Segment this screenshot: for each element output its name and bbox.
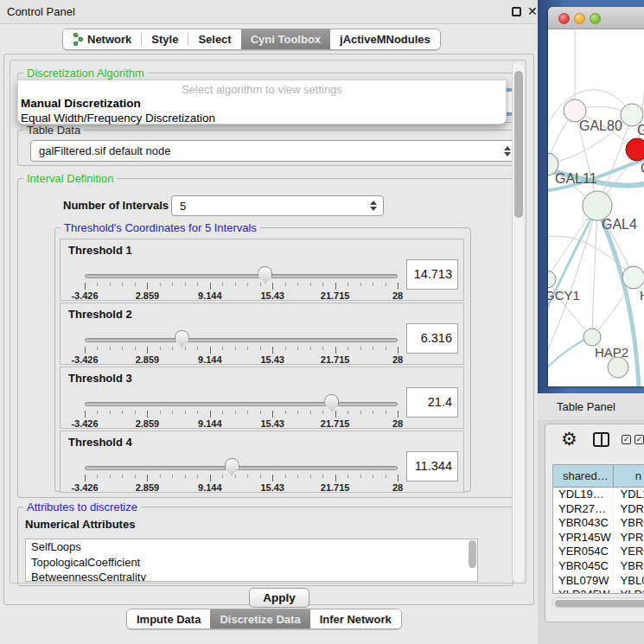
table-row[interactable]: YPR145WYPR1 <box>553 531 644 545</box>
network-canvas[interactable]: GAL80GACGAL11GAL4GCY1HHAP2 <box>548 29 644 386</box>
network-node[interactable] <box>622 266 644 289</box>
split-columns-icon[interactable] <box>593 432 609 447</box>
slider-tick <box>373 411 373 414</box>
network-node[interactable] <box>583 191 612 220</box>
tab-select[interactable]: Select <box>188 29 240 49</box>
attribute-list-item[interactable]: TopologicalCoefficient <box>26 555 477 571</box>
slider-tick <box>122 347 123 350</box>
slider-tick <box>160 475 161 478</box>
table-column-header[interactable]: shared… <box>553 465 614 487</box>
slider-tick <box>310 283 311 286</box>
slider-tick <box>373 283 373 286</box>
table-row[interactable]: YBL079WYBL0 <box>553 574 644 589</box>
slider-tick <box>172 347 173 350</box>
table-data-value: galFiltered.sif default node <box>39 144 170 157</box>
checkbox-checked-icon[interactable]: ✓ <box>634 435 644 444</box>
slider-tick-label: 15.43 <box>260 354 284 365</box>
table-cell: YBL0 <box>614 574 644 589</box>
slider-tick-label: -3.426 <box>71 354 98 365</box>
slider-tick <box>386 475 386 478</box>
slider-tick <box>297 475 298 478</box>
slider-tick <box>210 475 211 481</box>
panel-scrollbar-thumb[interactable] <box>514 71 523 218</box>
top-tab-bar: NetworkStyleSelectCyni ToolboxjActiveMNo… <box>62 29 441 50</box>
slider-tick-label: 15.43 <box>260 290 284 301</box>
threshold-value-field[interactable]: 14.713 <box>406 259 458 290</box>
slider-track[interactable] <box>85 402 398 406</box>
attribute-list-item[interactable]: BetweennessCentrality <box>26 570 477 582</box>
slider-thumb[interactable] <box>175 330 189 348</box>
threshold-value-field[interactable]: 6.316 <box>406 323 458 354</box>
table-panel-titlebar: Table Panel <box>538 393 644 421</box>
apply-button[interactable]: Apply <box>249 588 309 608</box>
table-row[interactable]: YLR345WYLR3 <box>553 588 644 594</box>
algorithm-option-manual[interactable]: Manual Discretization <box>18 96 506 111</box>
slider-tick-labels: -3.4262.8599.14415.4321.71528 <box>85 418 398 429</box>
slider-tick-label: 28 <box>392 354 403 365</box>
float-window-icon[interactable] <box>512 7 521 16</box>
bottom-tab-impute-data[interactable]: Impute Data <box>127 609 210 628</box>
mac-minimize-button[interactable] <box>574 13 585 24</box>
network-node[interactable] <box>626 138 644 161</box>
slider-thumb[interactable] <box>258 266 272 284</box>
table-hscrollbar-thumb[interactable] <box>555 600 644 607</box>
attribute-list-item[interactable]: SelfLoops <box>26 539 477 555</box>
threshold-value-field[interactable]: 11.344 <box>406 451 458 481</box>
slider-tick <box>235 283 236 286</box>
slider-tick <box>110 283 111 286</box>
checkbox-checked-icon[interactable]: ✓ <box>622 435 631 444</box>
slider-track[interactable] <box>85 274 398 278</box>
node-label: H <box>640 288 644 303</box>
tab-label: Style <box>151 33 178 46</box>
table-row[interactable]: YER054CYER0 <box>553 545 644 559</box>
slider-tick <box>135 283 136 286</box>
table-panel: ⚙ ✓ ✓ shared…n YDL19…YDL1YDR27…YDR2YBR04… <box>545 424 644 622</box>
slider-tick-label: 15.43 <box>260 482 284 493</box>
table-cell: YBR0 <box>614 559 644 574</box>
stepper-icon <box>370 201 377 211</box>
table-hscrollbar-track[interactable] <box>552 597 644 608</box>
close-icon[interactable]: ✕ <box>527 4 538 18</box>
tab-network[interactable]: Network <box>63 29 141 49</box>
node-label: GAL80 <box>579 118 622 133</box>
tab-style[interactable]: Style <box>142 29 188 49</box>
algorithm-option-equal-width[interactable]: Equal Width/Frequency Discretization <box>18 111 506 125</box>
node-label: GAL4 <box>602 217 637 232</box>
threshold-label: Threshold 3 <box>68 372 132 385</box>
table-row[interactable]: YDL19…YDL1 <box>553 488 644 502</box>
mac-zoom-button[interactable] <box>590 13 601 24</box>
tab-jactivemnodules[interactable]: jActiveMNodules <box>330 29 440 49</box>
tab-cyni-toolbox[interactable]: Cyni Toolbox <box>241 29 330 49</box>
gear-icon[interactable]: ⚙ <box>561 429 577 450</box>
num-intervals-combobox[interactable]: 5 <box>171 195 384 216</box>
network-node[interactable] <box>583 328 601 346</box>
network-edge[interactable] <box>592 206 597 337</box>
bottom-tab-discretize-data[interactable]: Discretize Data <box>210 609 309 628</box>
panel-scrollbar-track[interactable] <box>512 62 524 583</box>
table-data-combobox[interactable]: galFiltered.sif default node <box>30 140 518 162</box>
slider-tick-label: 9.144 <box>198 290 222 301</box>
table-row[interactable]: YDR27…YDR2 <box>553 502 644 517</box>
slider-tick-label: -3.426 <box>71 482 98 493</box>
bottom-tab-infer-network[interactable]: Infer Network <box>310 609 401 628</box>
slider-thumb[interactable] <box>324 394 339 411</box>
list-scrollbar[interactable] <box>469 540 476 568</box>
network-edge-highlighted[interactable] <box>548 337 590 371</box>
slider-tick <box>85 283 86 290</box>
slider-track[interactable] <box>85 466 398 470</box>
network-node[interactable] <box>608 357 628 378</box>
slider-ticks <box>85 283 398 290</box>
network-node[interactable] <box>548 271 556 288</box>
mac-close-button[interactable] <box>558 13 570 24</box>
discretize-tab-content: Discretization Algorithm Select algorith… <box>10 60 526 583</box>
attributes-group: Attributes to discretize Numerical Attri… <box>17 507 513 586</box>
slider-tick-label: 21.715 <box>321 354 350 365</box>
numerical-attributes-list[interactable]: SelfLoopsTopologicalCoefficientBetweenne… <box>25 539 478 582</box>
table-column-header[interactable]: n <box>614 465 644 487</box>
threshold-value-field[interactable]: 21.4 <box>406 387 458 418</box>
table-row[interactable]: YBR043CYBR0 <box>553 516 644 531</box>
table-row[interactable]: YBR045CYBR0 <box>553 559 644 574</box>
slider-tick <box>260 411 261 414</box>
slider-track[interactable] <box>85 338 398 342</box>
slider-thumb[interactable] <box>225 458 239 475</box>
